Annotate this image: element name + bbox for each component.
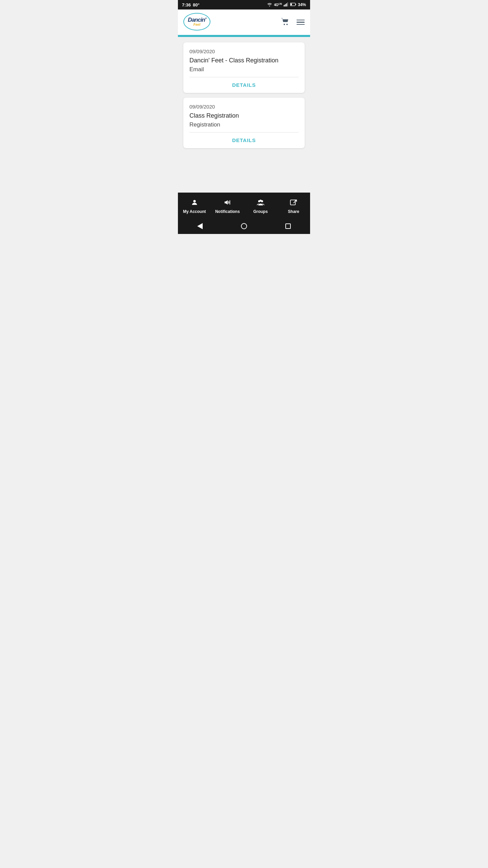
nav-groups[interactable]: Groups: [244, 193, 277, 220]
logo-text-feet: Feet: [188, 23, 206, 26]
nav-groups-label: Groups: [253, 209, 268, 214]
app-logo: Dancin' Feet: [183, 13, 210, 32]
home-button[interactable]: [241, 223, 247, 229]
battery-icon: [290, 2, 296, 7]
notification-card-1: 09/09/2020 Dancin' Feet - Class Registra…: [183, 42, 305, 93]
svg-rect-6: [290, 3, 292, 5]
logo-text-dancin: Dancin': [188, 17, 206, 23]
header-actions: [281, 18, 305, 27]
person-icon: [191, 199, 198, 208]
hamburger-line: [297, 20, 305, 21]
menu-button[interactable]: [297, 20, 305, 25]
battery-percent: 34%: [298, 2, 306, 7]
svg-point-9: [193, 200, 196, 202]
nav-notifications[interactable]: Notifications: [211, 193, 244, 220]
card-2-type: Registration: [189, 121, 299, 128]
wifi-icon: [267, 2, 272, 7]
svg-rect-3: [287, 2, 288, 6]
system-navigation-bar: [178, 220, 310, 234]
svg-rect-0: [284, 5, 285, 6]
card-1-date: 09/09/2020: [189, 48, 299, 54]
cart-button[interactable]: [281, 18, 290, 27]
network-indicator: 4GLTE: [274, 3, 282, 7]
nav-my-account[interactable]: My Account: [178, 193, 211, 220]
svg-rect-5: [296, 3, 296, 5]
hamburger-line: [297, 24, 305, 25]
svg-point-7: [284, 24, 285, 25]
back-button[interactable]: [197, 223, 203, 229]
svg-rect-2: [286, 3, 287, 6]
app-header: Dancin' Feet: [178, 9, 310, 36]
svg-rect-14: [290, 200, 296, 205]
temperature-display: 80°: [193, 2, 200, 7]
svg-rect-1: [285, 4, 286, 6]
svg-rect-10: [230, 200, 230, 204]
svg-point-13: [260, 199, 262, 201]
nav-share[interactable]: Share: [277, 193, 310, 220]
nav-notifications-label: Notifications: [215, 209, 240, 214]
card-2-title: Class Registration: [189, 112, 299, 119]
groups-icon: [256, 199, 265, 208]
hamburger-line: [297, 22, 305, 23]
share-icon: [290, 199, 297, 208]
card-1-details-button[interactable]: DETAILS: [189, 82, 299, 88]
nav-my-account-label: My Account: [183, 209, 206, 214]
status-bar: 7:36 80° 4GLTE: [178, 0, 310, 9]
nav-share-label: Share: [288, 209, 299, 214]
recents-button[interactable]: [285, 223, 291, 229]
card-2-date: 09/09/2020: [189, 104, 299, 110]
card-1-title: Dancin' Feet - Class Registration: [189, 57, 299, 64]
card-2-details-button[interactable]: DETAILS: [189, 137, 299, 143]
notification-card-2: 09/09/2020 Class Registration Registrati…: [183, 98, 305, 148]
bottom-navigation: My Account Notifications Groups: [178, 193, 310, 220]
signal-icon: [284, 2, 288, 7]
main-content: 09/09/2020 Dancin' Feet - Class Registra…: [178, 37, 310, 193]
megaphone-icon: [224, 199, 231, 208]
svg-point-8: [286, 24, 288, 25]
time-display: 7:36: [182, 2, 191, 7]
card-1-type: Email: [189, 66, 299, 73]
